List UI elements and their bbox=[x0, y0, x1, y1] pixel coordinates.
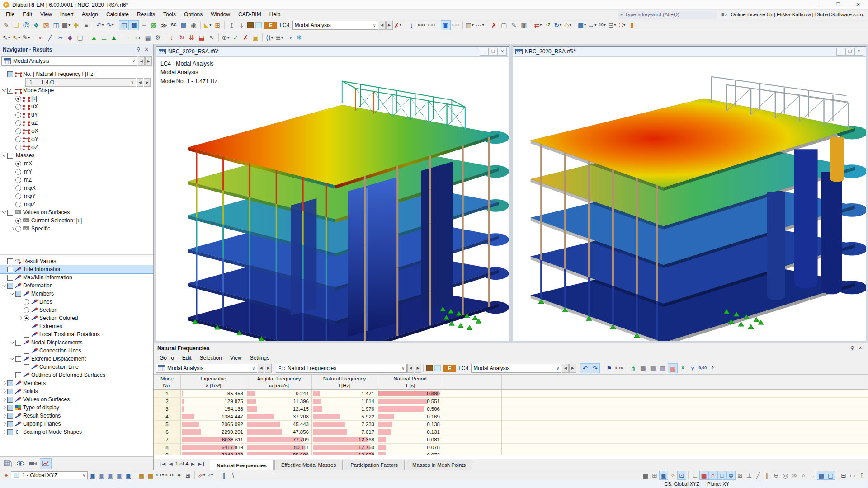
minimize-button[interactable]: ─ bbox=[808, 0, 828, 10]
imperfection-icon[interactable]: ∿ bbox=[207, 33, 217, 42]
collapse-icon[interactable] bbox=[1, 284, 7, 287]
decimals-icon[interactable]: 0,00 bbox=[698, 363, 708, 373]
diagram-icon[interactable]: ⊢ bbox=[139, 20, 149, 30]
panels-icon[interactable]: ▥▾ bbox=[465, 20, 475, 30]
filter-icon[interactable]: ⋎ bbox=[688, 363, 698, 373]
mode-next-button[interactable]: ▶ bbox=[144, 78, 151, 87]
tree-item-connection-line[interactable]: Connection Line bbox=[0, 363, 153, 371]
show-results-icon[interactable]: ↓ bbox=[407, 20, 417, 30]
radio-button[interactable] bbox=[15, 161, 21, 167]
views-navigator-icon[interactable] bbox=[27, 458, 39, 469]
tree-item-extremes[interactable]: Extremes bbox=[0, 322, 153, 330]
collapse-icon[interactable] bbox=[9, 292, 15, 295]
table-gen-icon[interactable]: ▦ bbox=[137, 471, 146, 480]
navigator-analysis-combo[interactable]: Modal Analysis∨ bbox=[1, 56, 137, 66]
combination-icon[interactable]: ⊕▾ bbox=[221, 33, 231, 42]
tab-masses-in-mesh-points[interactable]: Masses in Mesh Points bbox=[406, 460, 472, 470]
radio-button[interactable] bbox=[24, 315, 29, 321]
vp-minimize-button[interactable]: ─ bbox=[836, 48, 845, 56]
section-icon[interactable]: ⊟▾ bbox=[607, 20, 617, 30]
collapse-icon[interactable] bbox=[1, 211, 7, 214]
guide-up-icon[interactable]: ↥ bbox=[226, 20, 236, 30]
tab-natural-frequencies[interactable]: Natural Frequencies bbox=[210, 460, 274, 470]
tree-item-uy[interactable]: uY bbox=[0, 111, 153, 119]
line-icon[interactable]: ╱ bbox=[45, 33, 55, 42]
show-result-icon[interactable]: ⚑ bbox=[604, 363, 614, 373]
solid-icon[interactable]: ◆ bbox=[65, 33, 75, 42]
tree-item-connection-lines[interactable]: Connection Lines bbox=[0, 347, 153, 355]
relations-icon[interactable]: ⋔ bbox=[628, 363, 638, 373]
tree-item-extreme-displacement[interactable]: Extreme Displacement bbox=[0, 355, 153, 363]
checkbox[interactable] bbox=[7, 71, 13, 77]
tree-item-nodal-displacements[interactable]: Nodal Displacements bbox=[0, 338, 153, 347]
nodal-support-icon[interactable]: ▲ bbox=[89, 33, 99, 42]
expand-icon[interactable] bbox=[1, 422, 7, 425]
collapse-icon[interactable] bbox=[1, 154, 7, 157]
radio-button[interactable] bbox=[15, 128, 21, 134]
loadcase-next-button[interactable]: ▶ bbox=[386, 21, 393, 30]
table-view-icon[interactable]: ▦ bbox=[638, 363, 648, 373]
column-header-empty[interactable] bbox=[443, 375, 502, 390]
tab-effective-modal-masses[interactable]: Effective Modal Masses bbox=[274, 460, 343, 470]
decimal-places-icon[interactable]: 10▾ bbox=[597, 20, 607, 30]
measure-icon[interactable]: ↔▾ bbox=[587, 20, 597, 30]
radio-button[interactable] bbox=[15, 145, 21, 150]
tree-item-solids[interactable]: Solids bbox=[0, 387, 153, 395]
vp-restore-button[interactable]: ❐ bbox=[845, 48, 854, 56]
column-header-natural-period[interactable]: Natural PeriodT [s] bbox=[377, 375, 443, 390]
dim-xx-icon[interactable]: ⇤xx bbox=[165, 471, 175, 480]
viewport-right[interactable]: NBC_2020_RSA.rf6* ─❐✕ bbox=[513, 46, 866, 341]
expand-icon[interactable] bbox=[1, 382, 7, 385]
more-icon[interactable]: ⋯▾ bbox=[475, 20, 485, 30]
model-icon[interactable]: ❖ bbox=[31, 20, 41, 30]
table-sum-icon[interactable]: ▥ bbox=[658, 363, 668, 373]
tree-item-m-y[interactable]: mφY bbox=[0, 192, 153, 200]
result-diagram-icon[interactable]: ▅ bbox=[668, 363, 678, 373]
display-properties-icon[interactable]: ▣ bbox=[441, 20, 451, 30]
tree-item-lines[interactable]: Lines bbox=[0, 298, 153, 306]
checkbox[interactable] bbox=[7, 389, 13, 394]
color-scale-icon[interactable]: ▩ bbox=[149, 20, 159, 30]
table-menu-selection[interactable]: Selection bbox=[196, 354, 226, 362]
print-graphic-icon[interactable]: ▧ bbox=[41, 20, 51, 30]
expand-icon[interactable] bbox=[1, 431, 7, 433]
table-menu-go-to[interactable]: Go To bbox=[156, 354, 178, 362]
tree-item-u[interactable]: |u| bbox=[0, 94, 153, 103]
select-special-icon[interactable]: ↖▾ bbox=[11, 33, 21, 42]
render-icon[interactable]: ▦▾ bbox=[577, 20, 587, 30]
line-load-icon[interactable]: ⇊ bbox=[187, 33, 197, 42]
loadcase-combo[interactable]: Modal Analysis∨ bbox=[292, 21, 378, 30]
snap-center-icon[interactable]: ◎ bbox=[781, 471, 790, 480]
filter-loadcase-icon[interactable]: ✗▾ bbox=[393, 20, 403, 30]
view-iso-icon[interactable]: ▣ bbox=[88, 471, 97, 480]
console-icon[interactable]: ≫ bbox=[159, 20, 169, 30]
column-header-eigenvalue[interactable]: Eigenvalueλ [1/s²] bbox=[181, 375, 246, 390]
collapse-icon[interactable] bbox=[9, 357, 15, 360]
menu-tools[interactable]: Tools bbox=[159, 10, 180, 19]
column-header-mode[interactable]: ModeNo. bbox=[154, 375, 181, 390]
snap-tangent-icon[interactable]: ⊖ bbox=[772, 471, 781, 480]
select-icon[interactable]: ↖▾ bbox=[1, 33, 11, 42]
mesh-settings-icon[interactable]: ⚙ bbox=[153, 33, 163, 42]
edit-tool-icon[interactable]: ✎▾ bbox=[21, 33, 31, 42]
tab-participation-factors[interactable]: Participation Factors bbox=[344, 460, 405, 470]
analysis-prev-button[interactable]: ◀ bbox=[138, 56, 145, 66]
nodal-load-icon[interactable]: ↓ bbox=[167, 33, 177, 42]
surface-support-icon[interactable]: ▲ bbox=[109, 33, 119, 42]
visibility-icon[interactable]: ✦ bbox=[175, 471, 184, 480]
next-record-button[interactable]: ▶ bbox=[190, 461, 196, 466]
menu-file[interactable]: File bbox=[2, 10, 19, 19]
tree-item-scaling-of-mode-shapes[interactable]: Scaling of Mode Shapes bbox=[0, 428, 153, 436]
tree-item-current-selection-u[interactable]: xxCurrent Selection: |u| bbox=[0, 216, 153, 225]
guide-line2-icon[interactable]: ∖ bbox=[228, 471, 237, 480]
pin-icon[interactable]: ⚲ bbox=[848, 344, 856, 352]
display-navigator-icon[interactable] bbox=[14, 458, 26, 469]
edit-icon[interactable]: ✎ bbox=[509, 20, 519, 30]
box-select-icon[interactable]: ▢ bbox=[499, 20, 509, 30]
vp-restore-button[interactable]: ❐ bbox=[489, 48, 498, 56]
mode-prev-button[interactable]: ◀ bbox=[137, 78, 143, 87]
opening-icon[interactable]: ▢ bbox=[75, 33, 85, 42]
maximize-button[interactable]: ❐ bbox=[828, 0, 848, 10]
excel-export-icon[interactable]: X bbox=[678, 363, 688, 373]
dim-x-icon[interactable]: ⇤x▾ bbox=[155, 471, 165, 480]
